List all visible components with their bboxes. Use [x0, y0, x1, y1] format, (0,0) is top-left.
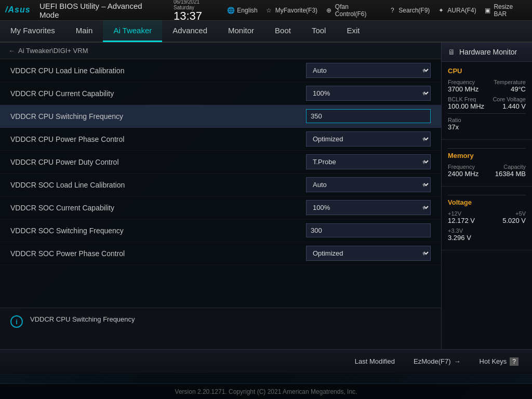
- mem-freq-value: 2400 MHz: [448, 170, 478, 178]
- breadcrumb-text: Ai Tweaker\DIGI+ VRM: [18, 47, 88, 55]
- bclk-value: 100.00 MHz: [448, 102, 484, 110]
- datetime-display: 06/19/2021 Saturday 13:37: [174, 0, 221, 22]
- vddcr-soc-switching-input[interactable]: [306, 223, 431, 237]
- table-row: VDDCR CPU Power Phase Control OptimizedE…: [0, 128, 441, 151]
- aura-control[interactable]: ✦ AURA(F4): [437, 6, 476, 15]
- header-bar: /Asus UEFI BIOS Utility – Advanced Mode …: [0, 0, 532, 21]
- language-control[interactable]: 🌐 English: [227, 6, 257, 15]
- v33-label: +3.3V: [448, 228, 471, 234]
- cpu-section: CPU Frequency 3700 MHz Temperature 49°C …: [442, 62, 532, 140]
- core-voltage-label: Core Voltage: [493, 96, 526, 102]
- nav-advanced[interactable]: Advanced: [162, 20, 218, 42]
- setting-label: VDDCR CPU Power Phase Control: [10, 135, 306, 143]
- hw-monitor-title: Hardware Monitor: [459, 48, 517, 56]
- search-label: Search(F9): [398, 7, 430, 14]
- resizebar-control[interactable]: ▣ Resize BAR: [484, 3, 527, 18]
- table-row: VDDCR CPU Switching Frequency: [0, 105, 441, 128]
- monitor-icon: 🖥: [448, 48, 455, 56]
- info-bar: i VDDCR CPU Switching Frequency: [0, 308, 441, 349]
- vddcr-cpu-switching-input[interactable]: [306, 109, 431, 123]
- voltage-section: Voltage +12V 12.172 V +5V 5.020 V +3.3V …: [442, 187, 532, 250]
- table-row: VDDCR SOC Switching Frequency: [0, 219, 441, 242]
- setting-control[interactable]: OptimizedExtremeManual: [306, 131, 431, 147]
- setting-label: VDDCR SOC Current Capability: [10, 204, 306, 212]
- ratio-label: Ratio: [448, 117, 461, 123]
- mem-capacity-label: Capacity: [495, 164, 526, 170]
- v12-row: +12V 12.172 V +5V 5.020 V: [448, 210, 526, 224]
- nav-monitor[interactable]: Monitor: [218, 20, 264, 42]
- qfan-label: Qfan Control(F6): [335, 3, 381, 18]
- core-voltage-value: 1.440 V: [493, 102, 526, 110]
- setting-label: VDDCR CPU Power Duty Control: [10, 158, 306, 166]
- nav-boot[interactable]: Boot: [264, 20, 301, 42]
- ezmode-button[interactable]: EzMode(F7) →: [408, 355, 466, 367]
- table-row: VDDCR CPU Current Capability 100%110%120…: [0, 82, 441, 105]
- setting-label: VDDCR CPU Current Capability: [10, 89, 306, 98]
- v33-row: +3.3V 3.296 V: [448, 228, 526, 242]
- search-control[interactable]: ? Search(F9): [388, 6, 430, 15]
- v5-label: +5V: [502, 210, 526, 217]
- hotkeys-label: Hot Keys: [480, 357, 507, 365]
- resizebar-label: Resize BAR: [494, 3, 527, 18]
- nav-exit[interactable]: Exit: [336, 20, 370, 42]
- hotkeys-icon: ?: [510, 357, 518, 366]
- v33-value: 3.296 V: [448, 234, 471, 242]
- main-panel: ← Ai Tweaker\DIGI+ VRM VDDCR CPU Load Li…: [0, 43, 441, 349]
- setting-control[interactable]: AutoLevel 1Level 2: [306, 177, 431, 192]
- voltage-section-title: Voltage: [448, 198, 526, 206]
- content-area: ← Ai Tweaker\DIGI+ VRM VDDCR CPU Load Li…: [0, 43, 532, 349]
- nav-favorites[interactable]: My Favorites: [0, 20, 65, 42]
- setting-control[interactable]: AutoLevel 1Level 2: [306, 63, 431, 78]
- table-row: VDDCR SOC Current Capability 100%110%120…: [0, 196, 441, 219]
- table-row: VDDCR SOC Power Phase Control OptimizedE…: [0, 242, 441, 265]
- ezmode-arrow-icon: →: [454, 357, 461, 365]
- aura-icon: ✦: [437, 6, 445, 15]
- back-arrow-icon[interactable]: ←: [8, 47, 15, 55]
- qfan-control[interactable]: ⊕ Qfan Control(F6): [325, 3, 381, 18]
- settings-list: VDDCR CPU Load Line Calibration AutoLeve…: [0, 59, 441, 308]
- vddcr-soc-powerphase-select[interactable]: OptimizedExtremeManual: [306, 246, 431, 261]
- bios-title: UEFI BIOS Utility – Advanced Mode: [39, 2, 163, 19]
- bclk-label: BCLK Freq: [448, 96, 484, 102]
- main-nav: My Favorites Main Ai Tweaker Advanced Mo…: [0, 21, 532, 43]
- myfavorite-control[interactable]: ☆ MyFavorite(F3): [265, 6, 317, 15]
- last-modified-button[interactable]: Last Modified: [350, 355, 400, 367]
- cpu-freq-value: 3700 MHz: [448, 85, 478, 93]
- svg-text:/Asus: /Asus: [5, 5, 31, 14]
- v12-label: +12V: [448, 210, 475, 217]
- setting-control[interactable]: T.ProbeExtreme: [306, 154, 431, 169]
- vddcr-soc-llc-select[interactable]: AutoLevel 1Level 2: [306, 177, 431, 192]
- setting-label: VDDCR SOC Power Phase Control: [10, 249, 306, 258]
- last-modified-label: Last Modified: [355, 357, 395, 365]
- setting-control[interactable]: 100%110%120%: [306, 200, 431, 215]
- hotkeys-button[interactable]: Hot Keys ?: [474, 355, 524, 368]
- ratio-value: 37x: [448, 123, 461, 131]
- nav-aitweaker[interactable]: Ai Tweaker: [103, 20, 162, 42]
- setting-control[interactable]: 100%110%120%: [306, 86, 431, 101]
- nav-tool[interactable]: Tool: [301, 20, 337, 42]
- hardware-monitor-panel: 🖥 Hardware Monitor CPU Frequency 3700 MH…: [441, 43, 532, 349]
- setting-control[interactable]: OptimizedExtremeManual: [306, 246, 431, 261]
- divider: [448, 195, 526, 195]
- divider: [448, 113, 526, 114]
- vddcr-cpu-powerphase-select[interactable]: OptimizedExtremeManual: [306, 131, 431, 147]
- nav-main[interactable]: Main: [65, 20, 103, 42]
- memory-section: Memory Frequency 2400 MHz Capacity 16384…: [442, 140, 532, 187]
- header-controls: 🌐 English ☆ MyFavorite(F3) ⊕ Qfan Contro…: [227, 3, 527, 18]
- cpu-bclk-row: BCLK Freq 100.00 MHz Core Voltage 1.440 …: [448, 96, 526, 110]
- vddcr-soc-current-select[interactable]: 100%110%120%: [306, 200, 431, 215]
- cpu-freq-label: Frequency: [448, 79, 478, 85]
- v5-value: 5.020 V: [502, 217, 526, 224]
- setting-control[interactable]: [306, 223, 431, 237]
- divider: [448, 148, 526, 149]
- vddcr-cpu-powerduty-select[interactable]: T.ProbeExtreme: [306, 154, 431, 169]
- aura-label: AURA(F4): [447, 7, 476, 14]
- setting-control[interactable]: [306, 109, 431, 123]
- table-row: VDDCR SOC Load Line Calibration AutoLeve…: [0, 174, 441, 196]
- vddcr-cpu-llc-select[interactable]: AutoLevel 1Level 2: [306, 63, 431, 78]
- asus-logo-text: /Asus: [5, 4, 32, 17]
- mem-capacity-value: 16384 MB: [495, 170, 526, 178]
- setting-label: VDDCR CPU Load Line Calibration: [10, 66, 306, 75]
- ezmode-label: EzMode(F7): [414, 357, 451, 365]
- vddcr-cpu-current-select[interactable]: 100%110%120%: [306, 86, 431, 101]
